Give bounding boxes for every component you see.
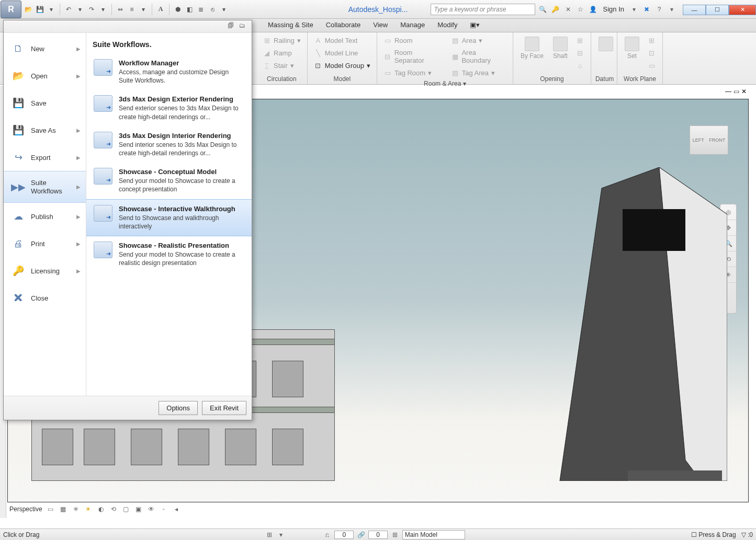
workset-icon[interactable]: ⊞ (265, 531, 274, 539)
close-view-icon[interactable]: ✕ (741, 88, 747, 95)
sun-path-icon[interactable]: ☀ (84, 505, 93, 513)
design-options-icon[interactable]: ⎌ (323, 531, 331, 539)
close-hidden-icon[interactable]: ⎋ (208, 5, 217, 14)
workflow-manager[interactable]: Workflow ManagerAccess, manage and custo… (86, 54, 252, 90)
workset-selector[interactable]: Main Model (402, 530, 465, 539)
workflow-3dsmax-interior[interactable]: 3ds Max Design Interior RenderingSend in… (86, 127, 252, 163)
sign-in-button[interactable]: Sign In (601, 5, 626, 13)
shadows-icon[interactable]: ◐ (97, 505, 105, 513)
rendering-icon[interactable]: ⟲ (109, 505, 118, 513)
tab-view[interactable]: View (367, 18, 394, 32)
filter-selection[interactable]: ▽ :0 (741, 531, 753, 538)
align-icon[interactable]: ≡ (127, 5, 137, 14)
press-drag-toggle[interactable]: ☐ Press & Drag (691, 531, 736, 538)
search-input[interactable]: Type a keyword or phrase (431, 4, 535, 15)
favorite-icon[interactable]: ☆ (576, 5, 585, 14)
by-face-button[interactable]: By Face (517, 35, 547, 62)
appmenu-item-save-as[interactable]: 💾 Save As ▶ (4, 117, 86, 144)
exchange-icon[interactable]: ✕ (563, 5, 573, 14)
datum-button[interactable] (595, 35, 616, 53)
undo-icon[interactable]: ↶ (64, 5, 73, 14)
shaft-button[interactable]: Shaft (550, 35, 571, 62)
user-icon[interactable]: 👤 (589, 5, 598, 14)
3d-icon[interactable]: ⬢ (173, 5, 183, 14)
model-group-button[interactable]: ⊡Model Group ▾ (312, 60, 373, 71)
text-icon[interactable]: A (156, 5, 165, 14)
stair-button[interactable]: ⌶Stair ▾ (261, 60, 303, 71)
minimize-button[interactable]: — (683, 5, 706, 15)
save-icon[interactable]: 💾 (35, 5, 44, 14)
tag-room-button[interactable]: ▭Tag Room ▾ (381, 67, 446, 78)
dropdown-icon[interactable]: ▾ (47, 5, 56, 14)
appmenu-item-open[interactable]: 📂 Open ▶ (4, 62, 86, 89)
appmenu-item-close[interactable]: 🗙 Close (4, 284, 86, 312)
thin-lines-icon[interactable]: ≣ (196, 5, 206, 14)
set-button[interactable]: Set (622, 35, 642, 62)
appmenu-item-save[interactable]: 💾 Save (4, 89, 86, 117)
select-links-icon[interactable]: 🔗 (357, 531, 365, 539)
workflow-3dsmax-exterior[interactable]: 3ds Max Design Exterior RenderingSend ex… (86, 90, 252, 126)
appmenu-item-suite-workflows[interactable]: ▶▶ SuiteWorkflows ▶ (4, 171, 86, 203)
area-button[interactable]: ▧Area ▾ (449, 35, 509, 46)
options-button[interactable]: Options (159, 401, 198, 415)
appmenu-item-print[interactable]: 🖨 Print ▶ (4, 230, 86, 257)
help-icon[interactable]: ? (655, 5, 664, 14)
open-icon[interactable]: 📂 (24, 5, 33, 14)
tab-modify[interactable]: Modify (431, 18, 464, 32)
viewcube-left[interactable]: LEFT (693, 137, 704, 143)
close-button[interactable]: ✕ (729, 5, 756, 15)
workflow-showcase-realistic[interactable]: Showcase - Realistic PresentationSend yo… (86, 236, 252, 272)
railing-button[interactable]: ⊞Railing ▾ (261, 35, 303, 46)
appmenu-item-export[interactable]: ↪ Export ▶ (4, 144, 86, 171)
measure-icon[interactable]: ⇔ (116, 5, 125, 14)
restore-view-icon[interactable]: ▭ (734, 88, 739, 95)
ramp-button[interactable]: ◢Ramp (261, 47, 303, 59)
viewer-button[interactable]: ▭ (646, 60, 658, 71)
model-text-button[interactable]: AModel Text (312, 35, 373, 46)
workflow-showcase-walkthrough[interactable]: Showcase - Interactive WalkthroughSend t… (86, 199, 252, 236)
section-icon[interactable]: ◧ (185, 5, 194, 14)
redo-icon[interactable]: ↷ (87, 5, 96, 14)
crop-region-icon[interactable]: ▣ (134, 505, 143, 513)
scale-icon[interactable]: ▭ (47, 505, 55, 513)
reveal-icon[interactable]: ◦ (160, 505, 168, 513)
dropdown-icon[interactable]: ▾ (219, 5, 229, 14)
ref-plane-button[interactable]: ⊡ (646, 47, 658, 59)
dropdown-icon[interactable]: ▾ (139, 5, 148, 14)
recent-docs-icon[interactable]: 🗐 (228, 22, 237, 31)
tab-massing-site[interactable]: Massing & Site (262, 18, 320, 32)
maximize-button[interactable]: ☐ (706, 5, 729, 15)
minimize-view-icon[interactable]: — (725, 88, 731, 95)
vertical-opening-button[interactable]: ⊟ (574, 47, 586, 59)
key-icon[interactable]: 🔑 (551, 5, 560, 14)
main-model-icon[interactable]: ⊞ (391, 531, 399, 539)
chevron-down-icon[interactable]: ▾ (629, 5, 639, 14)
appmenu-item-licensing[interactable]: 🔑 Licensing ▶ (4, 257, 86, 284)
show-button[interactable]: ⊞ (646, 35, 658, 46)
tab-collaborate[interactable]: Collaborate (320, 18, 367, 32)
nav-left-icon[interactable]: ◂ (172, 505, 180, 513)
app-menu-button[interactable]: R (1, 1, 21, 18)
ribbon-expand-icon[interactable]: ▣▾ (464, 18, 486, 32)
appmenu-item-publish[interactable]: ☁ Publish ▶ (4, 203, 86, 230)
exchange-apps-icon[interactable]: ✖ (642, 5, 651, 14)
wall-opening-button[interactable]: ⊞ (574, 35, 586, 46)
viewcube-front[interactable]: FRONT (709, 137, 725, 143)
hide-isolate-icon[interactable]: 👁 (147, 505, 155, 513)
editable-icon[interactable]: ▾ (277, 531, 285, 539)
model-line-button[interactable]: ╲Model Line (312, 47, 373, 59)
workflow-showcase-conceptual[interactable]: Showcase - Conceptual ModelSend your mod… (86, 163, 252, 199)
open-docs-icon[interactable]: 🗂 (239, 22, 249, 31)
room-button[interactable]: ▭Room (381, 35, 446, 46)
dropdown-icon[interactable]: ▾ (75, 5, 85, 14)
chevron-down-icon[interactable]: ▾ (667, 5, 676, 14)
area-boundary-button[interactable]: ▦Area Boundary (449, 47, 509, 66)
tab-manage[interactable]: Manage (394, 18, 431, 32)
exit-revit-button[interactable]: Exit Revit (202, 401, 246, 415)
viewcube[interactable]: LEFT FRONT (690, 125, 728, 155)
search-icon[interactable]: 🔍 (538, 5, 548, 14)
visual-style-icon[interactable]: ✳ (72, 505, 80, 513)
dormer-button[interactable]: ⌂ (574, 60, 586, 71)
crop-icon[interactable]: ▢ (122, 505, 130, 513)
tag-area-button[interactable]: ▧Tag Area ▾ (449, 67, 509, 78)
